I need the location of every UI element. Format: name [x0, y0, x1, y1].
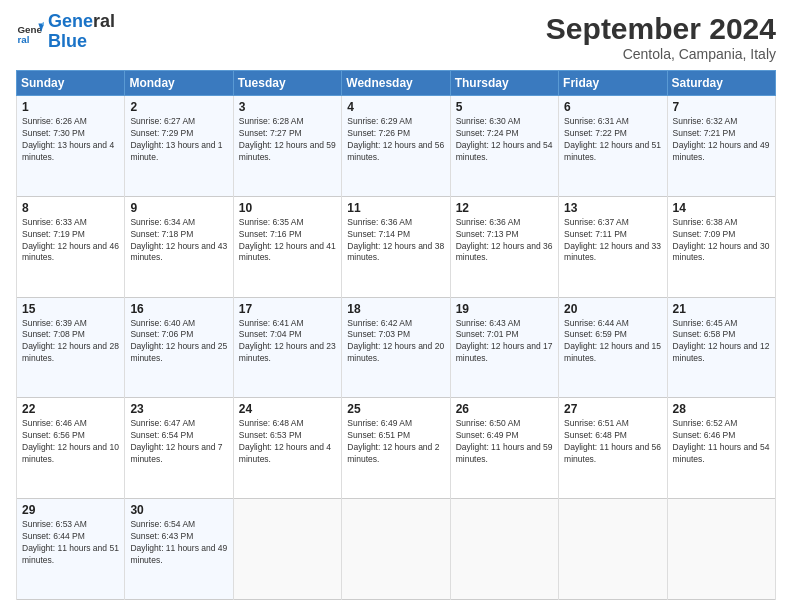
- day-info: Sunrise: 6:46 AMSunset: 6:56 PMDaylight:…: [22, 418, 119, 466]
- day-number: 4: [347, 100, 444, 114]
- day-number: 16: [130, 302, 227, 316]
- day-number: 1: [22, 100, 119, 114]
- day-info: Sunrise: 6:37 AMSunset: 7:11 PMDaylight:…: [564, 217, 661, 265]
- day-number: 21: [673, 302, 770, 316]
- calendar-cell: 27 Sunrise: 6:51 AMSunset: 6:48 PMDaylig…: [559, 398, 667, 499]
- table-row: 22 Sunrise: 6:46 AMSunset: 6:56 PMDaylig…: [17, 398, 776, 499]
- calendar-cell: 26 Sunrise: 6:50 AMSunset: 6:49 PMDaylig…: [450, 398, 558, 499]
- calendar-cell: [233, 499, 341, 600]
- calendar-cell: [559, 499, 667, 600]
- day-info: Sunrise: 6:33 AMSunset: 7:19 PMDaylight:…: [22, 217, 119, 265]
- calendar-cell: 20 Sunrise: 6:44 AMSunset: 6:59 PMDaylig…: [559, 297, 667, 398]
- calendar-cell: 25 Sunrise: 6:49 AMSunset: 6:51 PMDaylig…: [342, 398, 450, 499]
- day-info: Sunrise: 6:27 AMSunset: 7:29 PMDaylight:…: [130, 116, 227, 164]
- svg-text:ral: ral: [17, 34, 29, 45]
- day-info: Sunrise: 6:49 AMSunset: 6:51 PMDaylight:…: [347, 418, 444, 466]
- day-info: Sunrise: 6:50 AMSunset: 6:49 PMDaylight:…: [456, 418, 553, 466]
- calendar-cell: 13 Sunrise: 6:37 AMSunset: 7:11 PMDaylig…: [559, 196, 667, 297]
- table-row: 8 Sunrise: 6:33 AMSunset: 7:19 PMDayligh…: [17, 196, 776, 297]
- calendar-cell: 10 Sunrise: 6:35 AMSunset: 7:16 PMDaylig…: [233, 196, 341, 297]
- calendar-cell: [667, 499, 775, 600]
- day-info: Sunrise: 6:29 AMSunset: 7:26 PMDaylight:…: [347, 116, 444, 164]
- day-number: 28: [673, 402, 770, 416]
- col-sunday: Sunday: [17, 71, 125, 96]
- day-number: 24: [239, 402, 336, 416]
- day-number: 23: [130, 402, 227, 416]
- day-number: 22: [22, 402, 119, 416]
- day-number: 30: [130, 503, 227, 517]
- table-row: 29 Sunrise: 6:53 AMSunset: 6:44 PMDaylig…: [17, 499, 776, 600]
- calendar-cell: 12 Sunrise: 6:36 AMSunset: 7:13 PMDaylig…: [450, 196, 558, 297]
- day-number: 9: [130, 201, 227, 215]
- calendar-cell: 6 Sunrise: 6:31 AMSunset: 7:22 PMDayligh…: [559, 96, 667, 197]
- day-info: Sunrise: 6:41 AMSunset: 7:04 PMDaylight:…: [239, 318, 336, 366]
- calendar-cell: 5 Sunrise: 6:30 AMSunset: 7:24 PMDayligh…: [450, 96, 558, 197]
- logo: Gene ral General Blue: [16, 12, 115, 52]
- calendar-cell: 9 Sunrise: 6:34 AMSunset: 7:18 PMDayligh…: [125, 196, 233, 297]
- page-title: September 2024: [546, 12, 776, 46]
- logo-general: General: [48, 12, 115, 32]
- day-info: Sunrise: 6:47 AMSunset: 6:54 PMDaylight:…: [130, 418, 227, 466]
- day-number: 2: [130, 100, 227, 114]
- day-number: 11: [347, 201, 444, 215]
- day-number: 19: [456, 302, 553, 316]
- calendar-table: Sunday Monday Tuesday Wednesday Thursday…: [16, 70, 776, 600]
- day-info: Sunrise: 6:39 AMSunset: 7:08 PMDaylight:…: [22, 318, 119, 366]
- day-number: 13: [564, 201, 661, 215]
- day-number: 12: [456, 201, 553, 215]
- day-number: 8: [22, 201, 119, 215]
- calendar-cell: 14 Sunrise: 6:38 AMSunset: 7:09 PMDaylig…: [667, 196, 775, 297]
- day-info: Sunrise: 6:45 AMSunset: 6:58 PMDaylight:…: [673, 318, 770, 366]
- header-row: Sunday Monday Tuesday Wednesday Thursday…: [17, 71, 776, 96]
- logo-blue: Blue: [48, 32, 115, 52]
- col-thursday: Thursday: [450, 71, 558, 96]
- day-number: 6: [564, 100, 661, 114]
- calendar-cell: 19 Sunrise: 6:43 AMSunset: 7:01 PMDaylig…: [450, 297, 558, 398]
- calendar-cell: 15 Sunrise: 6:39 AMSunset: 7:08 PMDaylig…: [17, 297, 125, 398]
- calendar-cell: 17 Sunrise: 6:41 AMSunset: 7:04 PMDaylig…: [233, 297, 341, 398]
- day-number: 15: [22, 302, 119, 316]
- day-number: 25: [347, 402, 444, 416]
- calendar-cell: 24 Sunrise: 6:48 AMSunset: 6:53 PMDaylig…: [233, 398, 341, 499]
- day-number: 26: [456, 402, 553, 416]
- col-friday: Friday: [559, 71, 667, 96]
- day-info: Sunrise: 6:32 AMSunset: 7:21 PMDaylight:…: [673, 116, 770, 164]
- table-row: 1 Sunrise: 6:26 AMSunset: 7:30 PMDayligh…: [17, 96, 776, 197]
- day-info: Sunrise: 6:42 AMSunset: 7:03 PMDaylight:…: [347, 318, 444, 366]
- day-number: 5: [456, 100, 553, 114]
- day-number: 18: [347, 302, 444, 316]
- day-info: Sunrise: 6:51 AMSunset: 6:48 PMDaylight:…: [564, 418, 661, 466]
- calendar-cell: 11 Sunrise: 6:36 AMSunset: 7:14 PMDaylig…: [342, 196, 450, 297]
- day-number: 7: [673, 100, 770, 114]
- day-info: Sunrise: 6:34 AMSunset: 7:18 PMDaylight:…: [130, 217, 227, 265]
- col-monday: Monday: [125, 71, 233, 96]
- calendar-cell: 28 Sunrise: 6:52 AMSunset: 6:46 PMDaylig…: [667, 398, 775, 499]
- calendar-cell: 8 Sunrise: 6:33 AMSunset: 7:19 PMDayligh…: [17, 196, 125, 297]
- day-info: Sunrise: 6:40 AMSunset: 7:06 PMDaylight:…: [130, 318, 227, 366]
- col-wednesday: Wednesday: [342, 71, 450, 96]
- calendar-cell: 30 Sunrise: 6:54 AMSunset: 6:43 PMDaylig…: [125, 499, 233, 600]
- calendar-cell: 4 Sunrise: 6:29 AMSunset: 7:26 PMDayligh…: [342, 96, 450, 197]
- day-info: Sunrise: 6:44 AMSunset: 6:59 PMDaylight:…: [564, 318, 661, 366]
- col-saturday: Saturday: [667, 71, 775, 96]
- day-number: 14: [673, 201, 770, 215]
- day-number: 27: [564, 402, 661, 416]
- day-number: 10: [239, 201, 336, 215]
- day-info: Sunrise: 6:52 AMSunset: 6:46 PMDaylight:…: [673, 418, 770, 466]
- day-info: Sunrise: 6:31 AMSunset: 7:22 PMDaylight:…: [564, 116, 661, 164]
- day-info: Sunrise: 6:43 AMSunset: 7:01 PMDaylight:…: [456, 318, 553, 366]
- calendar-cell: 21 Sunrise: 6:45 AMSunset: 6:58 PMDaylig…: [667, 297, 775, 398]
- day-number: 20: [564, 302, 661, 316]
- calendar-cell: 23 Sunrise: 6:47 AMSunset: 6:54 PMDaylig…: [125, 398, 233, 499]
- day-info: Sunrise: 6:48 AMSunset: 6:53 PMDaylight:…: [239, 418, 336, 466]
- day-info: Sunrise: 6:53 AMSunset: 6:44 PMDaylight:…: [22, 519, 119, 567]
- calendar-cell: [450, 499, 558, 600]
- day-number: 17: [239, 302, 336, 316]
- calendar-cell: [342, 499, 450, 600]
- calendar-cell: 22 Sunrise: 6:46 AMSunset: 6:56 PMDaylig…: [17, 398, 125, 499]
- calendar-cell: 16 Sunrise: 6:40 AMSunset: 7:06 PMDaylig…: [125, 297, 233, 398]
- day-info: Sunrise: 6:28 AMSunset: 7:27 PMDaylight:…: [239, 116, 336, 164]
- day-info: Sunrise: 6:36 AMSunset: 7:13 PMDaylight:…: [456, 217, 553, 265]
- day-number: 3: [239, 100, 336, 114]
- page-subtitle: Centola, Campania, Italy: [546, 46, 776, 62]
